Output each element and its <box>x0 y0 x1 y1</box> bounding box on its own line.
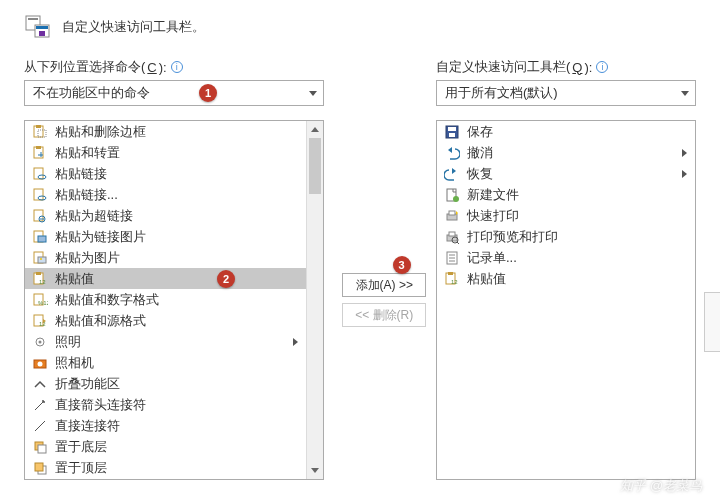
scrollbar[interactable] <box>306 121 323 479</box>
svg-text:12: 12 <box>451 279 458 285</box>
paste-pic-icon <box>31 249 49 267</box>
list-item[interactable]: 新建文件 <box>437 184 695 205</box>
list-item-label: 粘贴值 <box>467 270 691 288</box>
svg-point-30 <box>39 340 42 343</box>
customize-qat-icon <box>24 14 52 40</box>
list-item[interactable]: 打印预览和打印 <box>437 226 695 247</box>
list-item[interactable]: 照相机 <box>25 352 306 373</box>
svg-text:12: 12 <box>39 279 46 285</box>
list-item[interactable]: 12粘贴值和源格式 <box>25 310 306 331</box>
paste-link-icon <box>31 165 49 183</box>
annotation-1: 1 <box>199 84 217 102</box>
list-item[interactable]: 粘贴为图片 <box>25 247 306 268</box>
svg-point-21 <box>40 258 42 260</box>
svg-rect-20 <box>38 257 46 263</box>
list-item-label: 粘贴值和源格式 <box>55 312 302 330</box>
svg-text:12: 12 <box>39 321 46 327</box>
list-item-label: 保存 <box>467 123 691 141</box>
list-item[interactable]: 粘贴为超链接 <box>25 205 306 226</box>
list-item-label: 粘贴和删除边框 <box>55 123 302 141</box>
list-item[interactable]: 粘贴链接 <box>25 163 306 184</box>
svg-rect-6 <box>36 125 41 128</box>
scroll-thumb[interactable] <box>309 138 321 194</box>
list-item[interactable]: 粘贴和转置 <box>25 142 306 163</box>
submenu-arrow-icon <box>682 170 687 178</box>
list-item-label: 照明 <box>55 333 287 351</box>
svg-rect-23 <box>36 272 41 275</box>
list-item-label: 粘贴链接 <box>55 165 302 183</box>
info-icon[interactable]: i <box>596 61 608 73</box>
paste-border-icon <box>31 123 49 141</box>
list-item-label: 直接箭头连接符 <box>55 396 302 414</box>
svg-rect-45 <box>449 211 455 215</box>
list-item[interactable]: 直接连接符 <box>25 415 306 436</box>
list-item[interactable]: 撤消 <box>437 142 695 163</box>
scroll-up-button[interactable] <box>307 121 323 138</box>
svg-rect-41 <box>449 133 455 137</box>
list-item[interactable]: 置于底层 <box>25 436 306 457</box>
list-item[interactable]: 折叠功能区 <box>25 373 306 394</box>
list-item[interactable]: 重复 <box>25 478 306 479</box>
list-item[interactable]: %12粘贴值和数字格式 <box>25 289 306 310</box>
submenu-arrow-icon <box>293 338 298 346</box>
list-item-label: 粘贴链接... <box>55 186 302 204</box>
qat-scope-combo[interactable]: 用于所有文档(默认) <box>436 80 696 106</box>
list-item[interactable]: 保存 <box>437 121 695 142</box>
paste-value-icon: 12 <box>443 270 461 288</box>
dialog-header: 自定义快速访问工具栏。 <box>24 8 696 40</box>
list-item[interactable]: 直接箭头连接符 <box>25 394 306 415</box>
qat-label: 自定义快速访问工具栏(Q): i <box>436 58 696 76</box>
list-item[interactable]: 照明 <box>25 331 306 352</box>
svg-rect-47 <box>449 232 455 236</box>
list-item[interactable]: 粘贴为链接图片 <box>25 226 306 247</box>
remove-button: << 删除(R) <box>342 303 426 327</box>
scroll-down-button[interactable] <box>307 462 323 479</box>
list-item-label: 打印预览和打印 <box>467 228 691 246</box>
commands-listbox[interactable]: 粘贴和删除边框粘贴和转置粘贴链接粘贴链接...粘贴为超链接粘贴为链接图片粘贴为图… <box>24 120 324 480</box>
list-item-label: 粘贴为图片 <box>55 249 302 267</box>
print-preview-icon <box>443 228 461 246</box>
list-item[interactable]: 恢复 <box>437 163 695 184</box>
list-item-label: 粘贴值 <box>55 270 302 288</box>
list-item-label: 快速打印 <box>467 207 691 225</box>
combo-value: 用于所有文档(默认) <box>445 84 558 102</box>
list-item-label: 粘贴值和数字格式 <box>55 291 302 309</box>
list-item[interactable]: 快速打印 <box>437 205 695 226</box>
list-item-label: 粘贴为超链接 <box>55 207 302 225</box>
list-item-label: 新建文件 <box>467 186 691 204</box>
list-item[interactable]: 记录单... <box>437 247 695 268</box>
camera-icon <box>31 354 49 372</box>
paste-value-icon: 12 <box>31 270 49 288</box>
svg-point-43 <box>453 196 459 202</box>
list-item-label: 粘贴和转置 <box>55 144 302 162</box>
svg-rect-36 <box>38 445 46 453</box>
svg-rect-38 <box>35 463 43 471</box>
list-item[interactable]: 置于顶层 <box>25 457 306 478</box>
list-item[interactable]: 12粘贴值 <box>437 268 695 289</box>
chevron-down-icon <box>681 91 689 96</box>
list-item-label: 恢复 <box>467 165 676 183</box>
list-item-label: 撤消 <box>467 144 676 162</box>
list-item-label: 置于底层 <box>55 438 302 456</box>
list-item[interactable]: 粘贴和删除边框 <box>25 121 306 142</box>
undo-icon <box>443 144 461 162</box>
info-icon[interactable]: i <box>171 61 183 73</box>
list-item[interactable]: 粘贴链接... <box>25 184 306 205</box>
list-item-label: 直接连接符 <box>55 417 302 435</box>
commands-source-combo[interactable]: 不在功能区中的命令 1 <box>24 80 324 106</box>
add-button[interactable]: 添加(A) >> <box>342 273 426 297</box>
list-item[interactable]: 12粘贴值2 <box>25 268 306 289</box>
qat-listbox[interactable]: 保存撤消恢复新建文件快速打印打印预览和打印记录单...12粘贴值 <box>436 120 696 480</box>
combo-value: 不在功能区中的命令 <box>33 84 150 102</box>
arrow-connector-icon <box>31 396 49 414</box>
list-item-label: 折叠功能区 <box>55 375 302 393</box>
commands-label: 从下列位置选择命令(C): i <box>24 58 333 76</box>
svg-point-32 <box>38 361 43 366</box>
paste-value-fmt-icon: %12 <box>31 291 49 309</box>
paste-value-src-icon: 12 <box>31 312 49 330</box>
chevron-down-icon <box>309 91 317 96</box>
annotation-2: 2 <box>217 270 235 288</box>
paste-transpose-icon <box>31 144 49 162</box>
list-item-label: 记录单... <box>467 249 691 267</box>
move-updown-area[interactable] <box>704 292 720 352</box>
